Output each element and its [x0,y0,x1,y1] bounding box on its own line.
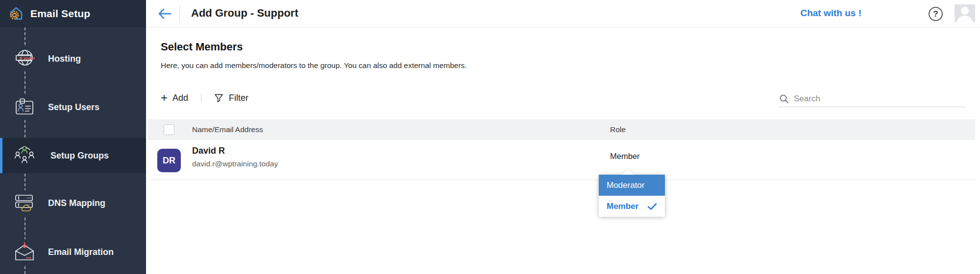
globe-www-icon: ✻ WWW [12,46,37,71]
sidebar-item-setup-users[interactable]: Setup Users [0,90,146,125]
add-button[interactable]: + Add [161,93,188,103]
people-group-icon [12,143,37,168]
sidebar: Email Setup ✻ WWW Hosting [0,0,146,274]
sidebar-item-label: Email Migration [48,247,114,257]
sidebar-item-label: DNS Mapping [48,198,105,208]
member-role-value[interactable]: Member [610,152,640,161]
add-button-label: Add [172,93,188,103]
role-option-member[interactable]: Member [599,196,665,217]
app-title: Email Setup [30,8,90,20]
user-avatar[interactable] [955,4,975,22]
server-cloud-icon [12,190,37,216]
sidebar-item-setup-groups[interactable]: Setup Groups [0,138,146,173]
back-arrow-button[interactable] [157,6,172,21]
sidebar-item-dns-mapping[interactable]: DNS Mapping [0,185,146,221]
sidebar-item-label: Setup Groups [50,151,109,161]
id-card-icon [12,94,37,120]
mail-import-icon [12,239,37,265]
column-header-name-email: Name/Email Address [192,125,263,134]
checkmark-icon [647,203,657,210]
toolbar-divider [201,93,201,102]
table-header: Name/Email Address Role [148,119,975,140]
column-header-role: Role [610,125,626,134]
page-title: Add Group - Support [191,7,298,20]
main-content: Select Members Here, you can add members… [146,28,980,274]
role-dropdown-menu: Moderator Member [599,175,665,217]
member-initials-avatar: DR [157,149,181,172]
member-email: david.r@wptraining.today [192,160,278,168]
section-description: Here, you can add members/moderators to … [161,61,467,70]
sidebar-item-hosting[interactable]: ✻ WWW Hosting [0,41,146,76]
filter-button-label: Filter [229,93,248,103]
search-input[interactable] [794,94,941,104]
sidebar-header: Email Setup [0,0,146,27]
chat-with-us-link[interactable]: Chat with us ! [800,8,861,19]
sidebar-item-label: Setup Users [48,102,99,113]
email-setup-home-gear-icon [8,5,24,22]
role-option-label: Moderator [607,181,644,190]
email-setup-app: Email Setup ✻ WWW Hosting [0,0,980,274]
search-box [778,91,966,107]
topbar: Add Group - Support Chat with us ! ? [146,0,980,27]
select-all-checkbox[interactable] [164,124,174,135]
role-option-label: Member [607,202,638,211]
topbar-divider [179,6,180,22]
help-icon[interactable]: ? [929,7,943,21]
role-option-moderator[interactable]: Moderator [599,175,665,196]
plus-icon: + [161,93,168,103]
member-table-row[interactable]: DR David R david.r@wptraining.today Memb… [148,140,975,180]
sidebar-item-email-migration[interactable]: Email Migration [0,234,146,270]
section-heading: Select Members [161,41,243,53]
filter-button[interactable]: Filter [214,93,248,103]
search-icon [779,94,789,104]
member-name: David R [192,146,225,156]
funnel-icon [214,93,223,103]
svg-text:✻ WWW: ✻ WWW [19,56,35,61]
sidebar-item-label: Hosting [48,54,81,64]
toolbar: + Add Filter [161,91,248,105]
